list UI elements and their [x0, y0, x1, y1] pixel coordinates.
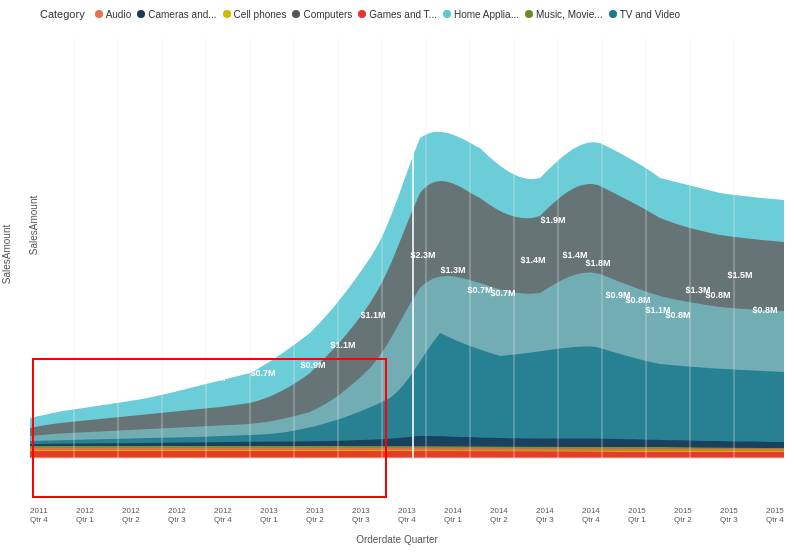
x-tick-2: 2012Qtr 2	[122, 506, 140, 525]
svg-text:$1.8M: $1.8M	[585, 258, 610, 268]
svg-text:$0.7M: $0.7M	[467, 285, 492, 295]
legend-label-tv: TV and Video	[620, 9, 680, 20]
svg-text:$1.3M: $1.3M	[440, 265, 465, 275]
svg-text:$0.7M: $0.7M	[490, 288, 515, 298]
x-tick-3: 2012Qtr 3	[168, 506, 186, 525]
x-axis-title: Orderdate Quarter	[356, 534, 438, 545]
legend-item-computers: Computers	[292, 9, 352, 20]
games-dot	[358, 10, 366, 18]
x-tick-14: 2015Qtr 2	[674, 506, 692, 525]
svg-text:$1.4M: $1.4M	[520, 255, 545, 265]
x-tick-12: 2014Qtr 4	[582, 506, 600, 525]
legend-item-cameras: Cameras and...	[137, 9, 216, 20]
tv-dot	[609, 10, 617, 18]
chart-legend: Category Audio Cameras and... Cell phone…	[0, 0, 794, 24]
audio-dot	[95, 10, 103, 18]
legend-item-audio: Audio	[95, 9, 132, 20]
legend-label-home: Home Applia...	[454, 9, 519, 20]
cameras-dot	[137, 10, 145, 18]
svg-text:$0.8M: $0.8M	[625, 295, 650, 305]
x-tick-1: 2012Qtr 1	[76, 506, 94, 525]
svg-text:$0.8M: $0.8M	[665, 310, 690, 320]
stream-chart-svg: $1.0M $1.0M $0.7M $0.9M $1.1M $1.1M $2.3…	[30, 38, 784, 498]
x-tick-7: 2013Qtr 3	[352, 506, 370, 525]
svg-text:$2.3M: $2.3M	[410, 250, 435, 260]
svg-text:$1.9M: $1.9M	[540, 215, 565, 225]
music-dot	[525, 10, 533, 18]
x-tick-4: 2012Qtr 4	[214, 506, 232, 525]
x-tick-8: 2013Qtr 4	[398, 506, 416, 525]
svg-text:$1.0M: $1.0M	[150, 378, 175, 388]
svg-text:$0.9M: $0.9M	[300, 360, 325, 370]
x-tick-5: 2013Qtr 1	[260, 506, 278, 525]
x-tick-9: 2014Qtr 1	[444, 506, 462, 525]
x-tick-15: 2015Qtr 3	[720, 506, 738, 525]
svg-text:$0.7M: $0.7M	[250, 368, 275, 378]
svg-text:$1.4M: $1.4M	[562, 250, 587, 260]
legend-label-cameras: Cameras and...	[148, 9, 216, 20]
legend-item-cellphones: Cell phones	[223, 9, 287, 20]
svg-text:$0.8M: $0.8M	[705, 290, 730, 300]
x-tick-11: 2014Qtr 3	[536, 506, 554, 525]
legend-title: Category	[40, 8, 85, 20]
legend-item-home: Home Applia...	[443, 9, 519, 20]
x-tick-0: 2011Qtr 4	[30, 506, 48, 525]
x-tick-16: 2015Qtr 4	[766, 506, 784, 525]
home-dot	[443, 10, 451, 18]
x-tick-10: 2014Qtr 2	[490, 506, 508, 525]
legend-item-tv: TV and Video	[609, 9, 680, 20]
svg-text:$1.0M: $1.0M	[200, 373, 225, 383]
legend-item-games: Games and T...	[358, 9, 437, 20]
chart-container: Category Audio Cameras and... Cell phone…	[0, 0, 794, 553]
computers-dot	[292, 10, 300, 18]
x-tick-6: 2013Qtr 2	[306, 506, 324, 525]
legend-item-music: Music, Movie...	[525, 9, 603, 20]
legend-label-games: Games and T...	[369, 9, 437, 20]
y-axis-label: SalesAmount	[1, 225, 12, 284]
legend-label-computers: Computers	[303, 9, 352, 20]
svg-text:$1.5M: $1.5M	[727, 270, 752, 280]
legend-label-music: Music, Movie...	[536, 9, 603, 20]
y-axis-label: SalesAmount	[28, 196, 39, 255]
svg-text:$0.8M: $0.8M	[752, 305, 777, 315]
legend-label-audio: Audio	[106, 9, 132, 20]
x-tick-13: 2015Qtr 1	[628, 506, 646, 525]
x-axis-ticks: 2011Qtr 4 2012Qtr 1 2012Qtr 2 2012Qtr 3 …	[30, 506, 784, 525]
svg-text:$1.1M: $1.1M	[330, 340, 355, 350]
cellphones-dot	[223, 10, 231, 18]
legend-label-cellphones: Cell phones	[234, 9, 287, 20]
